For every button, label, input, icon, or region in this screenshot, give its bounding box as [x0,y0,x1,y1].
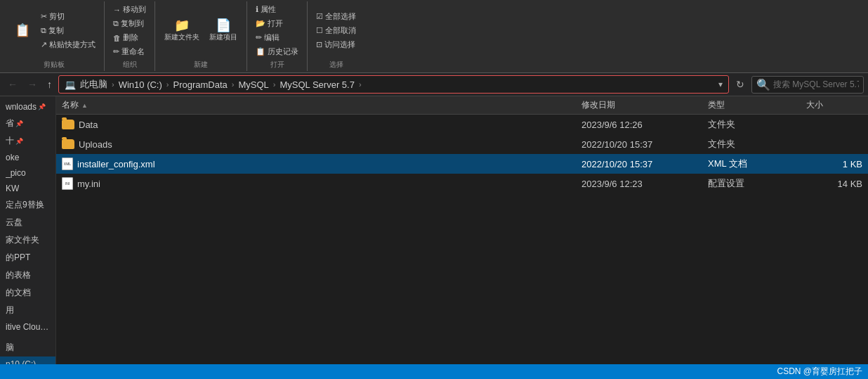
column-date[interactable]: 修改日期 [581,99,708,111]
open-items: ℹ 属性 📂 打开 ✏ 编辑 📋 历史记录 [253,3,301,58]
search-box[interactable]: 🔍 [751,76,864,94]
breadcrumb-programdata[interactable]: ProgramData [173,79,227,90]
sidebar-item-plus[interactable]: 十 📌 [0,132,55,150]
move-to-button[interactable]: → 移动到 [110,3,149,16]
open-button[interactable]: 📂 打开 [253,17,301,30]
address-bar: ← → ↑ 💻 此电脑 › Win10 (C:) › ProgramData ›… [0,73,868,96]
copy-to-button[interactable]: ⧉ 复制到 [110,17,149,30]
file-list: Data 2023/9/6 12:26 文件夹 Uploads 2022/10/… [56,115,868,364]
clipboard-col: ✂ 剪切 ⧉ 复制 ↗ 粘贴快捷方式 [38,10,98,51]
new-label: 新建 [161,60,241,70]
breadcrumb-drive[interactable]: Win10 (C:) [119,79,162,90]
sidebar-item-folder[interactable]: 家文件夹 [0,231,55,249]
table-row[interactable]: Uploads 2022/10/20 15:37 文件夹 [56,134,868,154]
file-name-cell: Data [62,120,581,130]
properties-button[interactable]: ℹ 属性 [253,3,301,16]
properties-icon: ℹ [256,5,258,14]
delete-button[interactable]: 🗑 删除 [110,31,149,44]
select-col: ☑ 全部选择 ☐ 全部取消 ⊡ 访问选择 [313,10,359,51]
rename-icon: ✏ [113,47,119,56]
table-row[interactable]: XML installer_config.xml 2022/10/20 15:3… [56,154,868,174]
select-all-button[interactable]: ☑ 全部选择 [313,10,359,23]
cut-icon: ✂ [41,12,47,21]
history-icon: 📋 [256,47,265,56]
sidebar: wnloads 📌 省 📌 十 📌 oke _pico KW 定点9替换 云盘 … [0,96,56,364]
back-button[interactable]: ← [4,77,21,92]
sidebar-item-pc[interactable]: 脑 [0,339,55,356]
search-icon: 🔍 [756,78,770,91]
file-name-cell: Uploads [62,139,581,150]
sidebar-item-oke[interactable]: oke [0,150,55,165]
sidebar-item-doc[interactable]: 的文档 [0,284,55,302]
copy-button[interactable]: ⧉ 复制 [38,24,98,37]
table-row[interactable]: INI my.ini 2023/9/6 12:23 配置设置 14 KB [56,174,868,193]
select-label: 选择 [313,60,359,70]
cut-button[interactable]: ✂ 剪切 [38,10,98,23]
new-section: 📁 新建文件夹 📄 新建项目 新建 [155,1,247,71]
sidebar-item-cloud[interactable]: 云盘 [0,214,55,231]
forward-button[interactable]: → [24,77,41,92]
refresh-button[interactable]: ↻ [732,77,749,92]
file-area: 名称 ▲ 修改日期 类型 大小 Data 2023/9/6 12:26 文件夹 [56,96,868,364]
copyto-icon: ⧉ [113,19,119,28]
column-name[interactable]: 名称 ▲ [62,99,581,111]
paste-button[interactable]: 📋 [10,23,35,39]
sidebar-item-save[interactable]: 省 📌 [0,115,55,132]
history-button[interactable]: 📋 历史记录 [253,45,301,58]
file-name-cell: XML installer_config.xml [62,158,581,170]
breadcrumb-mysql57[interactable]: MySQL Server 5.7 [280,79,354,90]
folder-icon [62,139,74,149]
delete-icon: 🗑 [113,34,121,42]
pc-icon: 💻 [65,79,76,90]
sidebar-item-ppt[interactable]: 的PPT [0,249,55,266]
edit-icon: ✏ [256,33,262,42]
pin-icon-plus: 📌 [15,138,23,145]
organize-section: → 移动到 ⧉ 复制到 🗑 删除 ✏ 重命名 组织 [105,1,155,71]
address-input[interactable]: 💻 此电脑 › Win10 (C:) › ProgramData › MySQL… [58,75,729,94]
file-header: 名称 ▲ 修改日期 类型 大小 [56,96,868,115]
sidebar-item-downloads[interactable]: wnloads 📌 [0,99,55,115]
new-folder-button[interactable]: 📁 新建文件夹 [161,18,203,44]
organize-label: 组织 [110,60,149,70]
invert-select-button[interactable]: ⊡ 访问选择 [313,38,359,51]
breadcrumb-mysql[interactable]: MySQL [238,79,268,90]
rename-button[interactable]: ✏ 重命名 [110,45,149,58]
sidebar-item-use[interactable]: 用 [0,302,55,319]
shortcut-icon: ↗ [41,40,47,49]
table-row[interactable]: Data 2023/9/6 12:26 文件夹 [56,115,868,134]
up-button[interactable]: ↑ [44,77,55,92]
open-label: 打开 [253,60,301,70]
shortcut-button[interactable]: ↗ 粘贴快捷方式 [38,38,98,51]
sidebar-item-kw[interactable]: KW [0,181,55,196]
select-none-button[interactable]: ☐ 全部取消 [313,24,359,37]
organize-items: → 移动到 ⧉ 复制到 🗑 删除 ✏ 重命名 [110,3,149,58]
edit-button[interactable]: ✏ 编辑 [253,31,301,44]
clipboard-section: 📋 ✂ 剪切 ⧉ 复制 ↗ 粘贴快捷方式 剪贴板 [4,1,105,71]
copy-icon: ⧉ [41,26,46,35]
open-section: ℹ 属性 📂 打开 ✏ 编辑 📋 历史记录 打开 [247,1,308,71]
select-section: ☑ 全部选择 ☐ 全部取消 ⊡ 访问选择 选择 [308,1,364,71]
column-size[interactable]: 大小 [806,99,862,111]
new-item-icon: 📄 [216,19,231,32]
search-input[interactable] [773,79,859,89]
statusbar: CSDN @育婴房扛把子 [0,364,868,379]
clipboard-items: 📋 ✂ 剪切 ⧉ 复制 ↗ 粘贴快捷方式 [10,3,98,58]
folder-icon [62,120,74,129]
ini-icon: INI [62,177,73,190]
main-area: wnloads 📌 省 📌 十 📌 oke _pico KW 定点9替换 云盘 … [0,96,868,364]
open-col: ℹ 属性 📂 打开 ✏ 编辑 📋 历史记录 [253,3,301,58]
sidebar-item-table[interactable]: 的表格 [0,266,55,284]
select-items: ☑ 全部选择 ☐ 全部取消 ⊡ 访问选择 [313,3,359,58]
column-type[interactable]: 类型 [708,99,806,111]
address-dropdown-arrow[interactable]: ▾ [718,79,723,89]
new-item-button[interactable]: 📄 新建项目 [206,18,241,44]
toolbar: 📋 ✂ 剪切 ⧉ 复制 ↗ 粘贴快捷方式 剪贴板 [0,0,868,73]
sidebar-item-replace[interactable]: 定点9替换 [0,196,55,214]
organize-col: → 移动到 ⧉ 复制到 🗑 删除 ✏ 重命名 [110,3,149,58]
sidebar-item-c-drive[interactable]: n10 (C:) [0,356,55,364]
sidebar-item-creative-cloud[interactable]: itive Cloud F [0,319,55,335]
breadcrumb-pc[interactable]: 此电脑 [80,78,107,91]
xml-icon: XML [62,158,73,170]
new-items: 📁 新建文件夹 📄 新建项目 [161,3,241,58]
sidebar-item-pico[interactable]: _pico [0,165,55,181]
